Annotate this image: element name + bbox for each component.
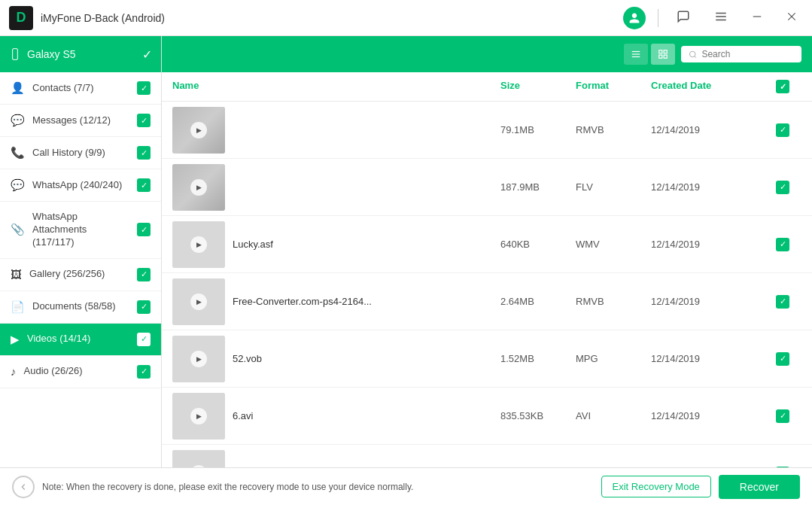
videos-icon: ▶: [11, 333, 20, 346]
messages-checkbox[interactable]: ✓: [137, 114, 151, 127]
size-2: 640KB: [500, 239, 576, 250]
chat-icon[interactable]: [671, 7, 696, 29]
date-4: 12/14/2019: [651, 353, 764, 364]
table-header: Name Size Format Created Date ✓: [162, 72, 812, 102]
col-date[interactable]: Created Date: [651, 80, 764, 93]
device-name: Galaxy S5: [27, 48, 76, 60]
date-0: 12/14/2019: [651, 124, 764, 135]
svg-rect-11: [659, 50, 662, 53]
call-history-checkbox[interactable]: ✓: [137, 146, 151, 160]
svg-rect-12: [664, 50, 667, 53]
sidebar-item-gallery[interactable]: 🖼 Gallery (256/256) ✓: [0, 259, 161, 291]
whatsapp-checkbox[interactable]: ✓: [137, 178, 151, 192]
format-4: MPG: [576, 353, 651, 364]
whatsapp-attachments-label: WhatsApp Attachments (117/117): [32, 211, 129, 249]
content-header: [162, 36, 812, 72]
col-format[interactable]: Format: [576, 80, 651, 93]
audio-icon: ♪: [11, 365, 17, 378]
row-checkbox-0[interactable]: ✓: [776, 123, 789, 137]
sidebar-item-whatsapp[interactable]: 💬 WhatsApp (240/240) ✓: [0, 169, 161, 202]
separator-1: [658, 9, 658, 27]
row-checkbox-2[interactable]: ✓: [776, 238, 789, 251]
size-3: 2.64MB: [500, 296, 576, 307]
exit-recovery-button[interactable]: Exit Recovery Mode: [601, 476, 711, 497]
svg-rect-3: [753, 16, 762, 17]
view-toggle: [624, 44, 675, 65]
table-row: ▶ 187.9MB FLV 12/14/2019 ✓: [162, 159, 812, 216]
col-size[interactable]: Size: [500, 80, 576, 93]
size-4: 1.52MB: [500, 353, 576, 364]
name-cell-0: ▶: [172, 107, 500, 154]
sidebar: Galaxy S5 ✓ 👤 Contacts (7/7) ✓ 💬 Message…: [0, 36, 162, 467]
svg-point-15: [689, 51, 695, 57]
thumbnail-6: ▶: [172, 450, 225, 468]
svg-rect-6: [13, 49, 18, 60]
documents-checkbox[interactable]: ✓: [137, 300, 151, 314]
contacts-checkbox[interactable]: ✓: [137, 81, 151, 95]
close-button[interactable]: [780, 8, 803, 28]
gallery-checkbox[interactable]: ✓: [137, 268, 151, 281]
table-row: ▶ Free-Converter.com-ps4-2164... 2.64MB …: [162, 273, 812, 330]
sidebar-item-videos[interactable]: ▶ Videos (14/14) ✓: [0, 324, 161, 356]
contacts-label: Contacts (7/7): [32, 82, 129, 95]
name-cell-6: ▶ 7.mov: [172, 450, 500, 468]
device-check-icon: ✓: [142, 47, 152, 62]
thumbnail-2: ▶: [172, 221, 225, 268]
back-button[interactable]: [12, 476, 35, 498]
app-title: iMyFone D-Back (Android): [41, 12, 623, 24]
thumbnail-1: ▶: [172, 164, 225, 211]
menu-icon[interactable]: [708, 7, 734, 29]
grid-view-button[interactable]: [651, 44, 675, 65]
table-row: ▶ 6.avi 835.53KB AVI 12/14/2019 ✓: [162, 388, 812, 445]
gallery-icon: 🖼: [11, 268, 22, 281]
col-name[interactable]: Name: [172, 80, 500, 93]
documents-icon: 📄: [11, 300, 25, 314]
note-text: Note: When the recovery is done, please …: [42, 482, 594, 492]
row-checkbox-3[interactable]: ✓: [776, 295, 789, 309]
table-row: ▶ Lucky.asf 640KB WMV 12/14/2019 ✓: [162, 216, 812, 273]
row-checkbox-5[interactable]: ✓: [776, 409, 789, 423]
list-view-button[interactable]: [624, 44, 648, 65]
format-5: AVI: [576, 410, 651, 421]
whatsapp-icon: 💬: [11, 178, 25, 192]
name-cell-3: ▶ Free-Converter.com-ps4-2164...: [172, 278, 500, 325]
content-area: Name Size Format Created Date ✓ ▶ 79.1MB…: [162, 36, 812, 467]
name-cell-5: ▶ 6.avi: [172, 393, 500, 440]
table-row: ▶ 52.vob 1.52MB MPG 12/14/2019 ✓: [162, 330, 812, 388]
whatsapp-attachments-checkbox[interactable]: ✓: [137, 223, 151, 236]
sidebar-item-whatsapp-attachments[interactable]: 📎 WhatsApp Attachments (117/117) ✓: [0, 202, 161, 259]
user-avatar[interactable]: [623, 7, 646, 29]
row-checkbox-4[interactable]: ✓: [776, 352, 789, 366]
size-5: 835.53KB: [500, 410, 576, 421]
sidebar-item-documents[interactable]: 📄 Documents (58/58) ✓: [0, 291, 161, 324]
whatsapp-label: WhatsApp (240/240): [32, 179, 129, 192]
messages-icon: 💬: [11, 114, 25, 127]
format-2: WMV: [576, 239, 651, 250]
size-1: 187.9MB: [500, 181, 576, 193]
gallery-label: Gallery (256/256): [29, 268, 129, 281]
file-name-3: Free-Converter.com-ps4-2164...: [233, 296, 372, 307]
search-input[interactable]: [701, 49, 794, 59]
audio-checkbox[interactable]: ✓: [137, 365, 151, 379]
sidebar-item-contacts[interactable]: 👤 Contacts (7/7) ✓: [0, 72, 161, 105]
device-header: Galaxy S5 ✓: [0, 36, 161, 72]
table-row: ▶ 7.mov 1.32MB MOV 12/14/2019 ✓: [162, 445, 812, 467]
recover-button[interactable]: Recover: [719, 475, 800, 499]
svg-line-16: [695, 56, 696, 57]
row-checkbox-1[interactable]: ✓: [776, 181, 789, 194]
search-box: [681, 46, 801, 62]
videos-checkbox[interactable]: ✓: [137, 333, 151, 346]
audio-label: Audio (26/26): [24, 365, 130, 378]
sidebar-item-call-history[interactable]: 📞 Call History (9/9) ✓: [0, 137, 161, 169]
minimize-button[interactable]: [746, 8, 768, 28]
date-3: 12/14/2019: [651, 296, 764, 307]
call-history-label: Call History (9/9): [32, 147, 129, 160]
size-0: 79.1MB: [500, 124, 576, 135]
documents-label: Documents (58/58): [32, 300, 129, 313]
thumbnail-0: ▶: [172, 107, 225, 154]
sidebar-item-messages[interactable]: 💬 Messages (12/12) ✓: [0, 105, 161, 137]
sidebar-item-audio[interactable]: ♪ Audio (26/26) ✓: [0, 356, 161, 388]
table-row: ▶ 79.1MB RMVB 12/14/2019 ✓: [162, 102, 812, 159]
name-cell-2: ▶ Lucky.asf: [172, 221, 500, 268]
master-checkbox[interactable]: ✓: [776, 80, 789, 93]
